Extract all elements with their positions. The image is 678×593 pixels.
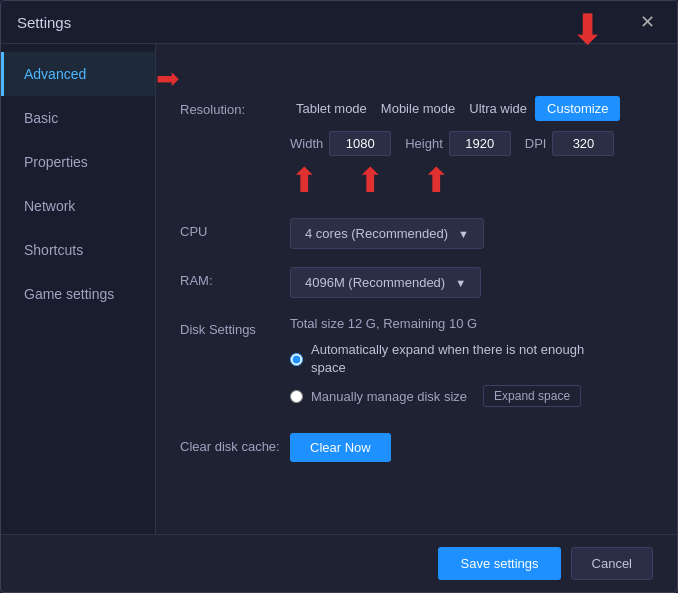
mobile-mode-button[interactable]: Mobile mode [375,97,461,120]
title-bar: Settings ⬇ ✕ [1,1,677,44]
annotation-arrow-up-2: ⬆ [356,160,384,200]
dpi-input[interactable] [552,131,614,156]
resolution-label: Resolution: [180,96,290,117]
disk-controls: Total size 12 G, Remaining 10 G Automati… [290,316,653,415]
manual-label: Manually manage disk size [311,389,467,404]
dialog-title: Settings [17,14,71,31]
ram-value: 4096M (Recommended) [305,275,445,290]
resolution-section: Resolution: Tablet mode Mobile mode Ultr… [180,96,653,200]
dpi-group: DPI [525,131,615,156]
content-panel: ➡ Resolution: Tablet mode Mobile mode Ul… [156,44,677,534]
ram-label: RAM: [180,267,290,288]
sidebar-item-shortcuts[interactable]: Shortcuts [1,228,155,272]
resolution-modes: Tablet mode Mobile mode Ultra wide Custo… [290,96,653,121]
manual-row: Manually manage disk size Expand space [290,385,653,407]
clear-cache-controls: Clear Now [290,433,653,462]
cpu-dropdown[interactable]: 4 cores (Recommended) ▼ [290,218,484,249]
cancel-button[interactable]: Cancel [571,547,653,580]
manual-radio[interactable] [290,390,303,403]
cpu-controls: 4 cores (Recommended) ▼ [290,218,653,249]
sidebar-item-game-settings[interactable]: Game settings [1,272,155,316]
ram-section: RAM: 4096M (Recommended) ▼ [180,267,653,298]
tablet-mode-button[interactable]: Tablet mode [290,97,373,120]
resolution-controls: Tablet mode Mobile mode Ultra wide Custo… [290,96,653,200]
auto-expand-radio[interactable] [290,353,303,366]
auto-expand-row: Automatically expand when there is not e… [290,341,653,377]
sidebar-item-basic[interactable]: Basic [1,96,155,140]
dialog-body: Advanced Basic Properties Network Shortc… [1,44,677,534]
annotation-arrows-up: ⬆ ⬆ ⬆ [290,160,653,200]
width-group: Width [290,131,391,156]
close-button[interactable]: ✕ [634,11,661,33]
clear-cache-label: Clear disk cache: [180,433,290,454]
customize-button[interactable]: Customize [535,96,620,121]
cpu-chevron-icon: ▼ [458,228,469,240]
sidebar-item-properties[interactable]: Properties [1,140,155,184]
dpi-label: DPI [525,136,547,151]
clear-cache-section: Clear disk cache: Clear Now [180,433,653,462]
ram-controls: 4096M (Recommended) ▼ [290,267,653,298]
sidebar: Advanced Basic Properties Network Shortc… [1,44,156,534]
expand-space-button[interactable]: Expand space [483,385,581,407]
width-label: Width [290,136,323,151]
width-input[interactable] [329,131,391,156]
disk-section: Disk Settings Total size 12 G, Remaining… [180,316,653,415]
cpu-value: 4 cores (Recommended) [305,226,448,241]
annotation-arrow-up-3: ⬆ [422,160,450,200]
cpu-section: CPU 4 cores (Recommended) ▼ [180,218,653,249]
ultra-wide-button[interactable]: Ultra wide [463,97,533,120]
sidebar-item-network[interactable]: Network [1,184,155,228]
annotation-arrow-right: ➡ [156,62,179,95]
settings-dialog: Settings ⬇ ✕ Advanced Basic Properties N… [0,0,678,593]
disk-info: Total size 12 G, Remaining 10 G [290,316,653,331]
sidebar-item-advanced[interactable]: Advanced [1,52,155,96]
auto-expand-label: Automatically expand when there is not e… [311,341,591,377]
footer: Save settings Cancel [1,534,677,592]
ram-chevron-icon: ▼ [455,277,466,289]
cpu-label: CPU [180,218,290,239]
resolution-inputs: Width Height DPI [290,131,653,156]
disk-label: Disk Settings [180,316,290,337]
clear-now-button[interactable]: Clear Now [290,433,391,462]
height-input[interactable] [449,131,511,156]
ram-dropdown[interactable]: 4096M (Recommended) ▼ [290,267,481,298]
annotation-arrow-up-1: ⬆ [290,160,318,200]
height-label: Height [405,136,443,151]
save-settings-button[interactable]: Save settings [438,547,560,580]
height-group: Height [405,131,511,156]
